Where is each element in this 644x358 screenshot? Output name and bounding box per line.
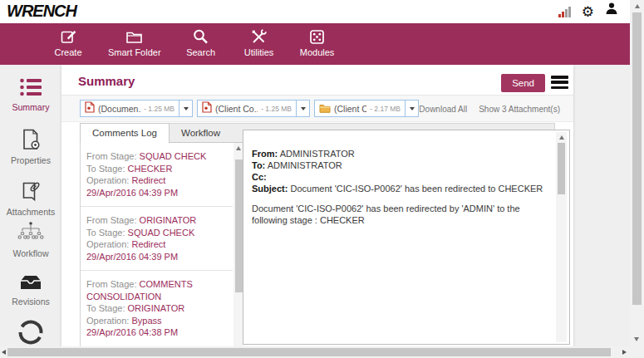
user-icon[interactable] bbox=[605, 2, 618, 19]
sidebar-workflow-label: Workflow bbox=[13, 248, 49, 258]
modules-icon bbox=[307, 27, 327, 47]
utilities-icon bbox=[249, 27, 268, 47]
nav-search[interactable]: Search bbox=[183, 27, 219, 57]
to-stage-label: To Stage: bbox=[86, 164, 125, 174]
comment-entry[interactable]: From Stage: SQUAD CHECK To Stage: CHECKE… bbox=[81, 143, 233, 207]
operation-label: Operation: bbox=[86, 175, 129, 185]
scrollbar-thumb[interactable] bbox=[632, 12, 642, 305]
nav-modules[interactable]: Modules bbox=[299, 27, 336, 57]
comment-entry[interactable]: From Stage: ORIGINATOR To Stage: SQUAD C… bbox=[81, 207, 233, 271]
operation-value: Bypass bbox=[131, 316, 161, 326]
nav-create-label: Create bbox=[54, 47, 81, 57]
from-stage-label: From Stage: bbox=[86, 215, 137, 225]
message-panel: From: ADMINISTRATOR To: ADMINISTRATOR Cc… bbox=[243, 130, 570, 345]
sidebar-item-revisions[interactable]: Revisions bbox=[0, 272, 61, 307]
attachment-dropdown-3[interactable]: (Client Co... - 2.17 MB bbox=[314, 100, 419, 117]
to-stage-label: To Stage: bbox=[86, 303, 125, 313]
from-stage-value: ORIGINATOR bbox=[140, 215, 197, 225]
wrench-logo: WRENCH bbox=[7, 2, 76, 21]
download-all-link[interactable]: Download All bbox=[419, 105, 467, 114]
pdf-file-icon bbox=[202, 101, 212, 116]
workflow-icon bbox=[17, 221, 45, 246]
chevron-down-icon[interactable] bbox=[296, 101, 309, 116]
sidebar-attachments-label: Attachments bbox=[7, 207, 55, 217]
scroll-up-icon[interactable] bbox=[559, 135, 564, 140]
scrollbar-thumb[interactable] bbox=[7, 348, 611, 356]
attachment-size: - 1.25 MB bbox=[144, 105, 175, 113]
tab-workflow[interactable]: Workflow bbox=[170, 124, 232, 142]
show-attachments-link[interactable]: Show 3 Attachment(s) bbox=[479, 105, 560, 114]
page-vertical-scrollbar[interactable] bbox=[630, 0, 644, 346]
summary-card: Summary Send (Documen... - 1.25 MB bbox=[61, 65, 573, 346]
nav-utilities[interactable]: Utilities bbox=[241, 27, 278, 57]
from-stage-label: From Stage: bbox=[86, 151, 137, 161]
attachment-dropdown-1[interactable]: (Documen... - 1.25 MB bbox=[80, 100, 193, 117]
comment-date: 29/Apr/2016 04:39 PM bbox=[86, 251, 229, 263]
attachment-size: - 1.25 MB bbox=[261, 105, 292, 113]
to-stage-label: To Stage: bbox=[86, 228, 125, 238]
left-sidebar: Summary Properties Attachments bbox=[0, 65, 61, 346]
comment-date: 29/Apr/2016 04:39 PM bbox=[86, 187, 229, 199]
from-label: From: bbox=[252, 149, 278, 159]
sidebar-item-summary[interactable]: Summary bbox=[0, 76, 61, 112]
menu-icon[interactable] bbox=[551, 76, 568, 89]
create-icon bbox=[59, 27, 78, 47]
comments-log-list: From Stage: SQUAD CHECK To Stage: CHECKE… bbox=[80, 143, 233, 346]
scrollbar-thumb[interactable] bbox=[558, 143, 565, 194]
operation-value: Redirect bbox=[131, 239, 165, 249]
nav-create[interactable]: Create bbox=[50, 27, 86, 57]
nav-smart-folder[interactable]: Smart Folder bbox=[108, 27, 161, 57]
message-body: Document 'CIC-ISO-P0062' has been redire… bbox=[252, 203, 547, 226]
sidebar-properties-label: Properties bbox=[11, 155, 51, 165]
scroll-right-icon[interactable] bbox=[622, 350, 627, 355]
sidebar-item-workflow[interactable]: Workflow bbox=[0, 221, 61, 258]
page-horizontal-scrollbar[interactable] bbox=[0, 346, 630, 358]
signal-bars-icon[interactable] bbox=[558, 7, 571, 19]
sidebar-summary-label: Summary bbox=[12, 102, 50, 112]
properties-icon bbox=[19, 128, 42, 153]
scrollbar-thumb[interactable] bbox=[235, 159, 243, 292]
message-scrollbar[interactable] bbox=[556, 132, 567, 342]
operation-label: Operation: bbox=[86, 316, 129, 326]
chevron-down-icon[interactable] bbox=[405, 101, 418, 116]
scroll-up-icon[interactable] bbox=[635, 4, 640, 8]
summary-list-icon bbox=[18, 76, 43, 100]
from-stage-value: SQUAD CHECK bbox=[140, 151, 207, 161]
comment-date: 29/Apr/2016 04:38 PM bbox=[86, 326, 229, 339]
page-title: Summary bbox=[78, 74, 135, 88]
cc-label: Cc: bbox=[252, 172, 267, 182]
pdf-file-icon bbox=[85, 101, 95, 116]
gear-icon[interactable]: ⚙ bbox=[582, 4, 594, 19]
to-stage-value: SQUAD CHECK bbox=[128, 228, 195, 238]
scrollbar-corner bbox=[630, 346, 644, 358]
folder-file-icon bbox=[319, 101, 331, 116]
revisions-icon bbox=[17, 272, 44, 294]
subject-label: Subject: bbox=[252, 184, 288, 194]
scroll-up-icon[interactable] bbox=[236, 146, 241, 150]
tab-comments-log[interactable]: Comments Log bbox=[80, 123, 170, 144]
attachment-size: - 2.17 MB bbox=[370, 105, 401, 113]
send-button[interactable]: Send bbox=[501, 74, 545, 92]
sidebar-item-sync[interactable] bbox=[0, 317, 61, 349]
subject-value: Document 'CIC-ISO-P0062' has been redire… bbox=[290, 184, 543, 194]
operation-value: Redirect bbox=[131, 175, 165, 185]
sync-icon bbox=[16, 317, 46, 349]
main-toolbar: Create Smart Folder Search bbox=[0, 23, 630, 65]
from-stage-label: From Stage: bbox=[86, 279, 137, 289]
attachments-icon bbox=[19, 179, 42, 204]
scroll-down-icon[interactable] bbox=[634, 337, 639, 341]
attachment-name: (Client Co... bbox=[215, 104, 258, 114]
nav-modules-label: Modules bbox=[300, 47, 335, 57]
to-label: To: bbox=[252, 160, 265, 170]
sidebar-item-attachments[interactable]: Attachments bbox=[0, 179, 61, 217]
nav-utilities-label: Utilities bbox=[244, 47, 273, 57]
to-stage-value: CHECKER bbox=[128, 164, 173, 174]
scroll-left-icon[interactable] bbox=[2, 350, 6, 355]
to-value: ADMINISTRATOR bbox=[268, 160, 342, 170]
attachments-bar: (Documen... - 1.25 MB (Client Co... - 1.… bbox=[61, 96, 573, 122]
sidebar-item-properties[interactable]: Properties bbox=[0, 128, 61, 165]
smart-folder-icon bbox=[125, 27, 144, 47]
chevron-down-icon[interactable] bbox=[179, 101, 192, 116]
comment-entry[interactable]: From Stage: COMMENTS CONSOLIDATION To St… bbox=[81, 271, 233, 346]
attachment-dropdown-2[interactable]: (Client Co... - 1.25 MB bbox=[197, 100, 310, 117]
